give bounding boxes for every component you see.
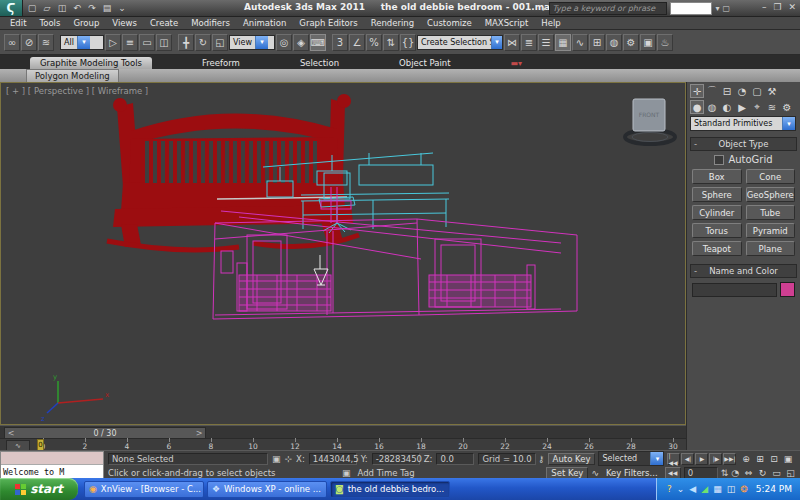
menu-customize[interactable]: Customize [427, 18, 472, 28]
box-button[interactable]: Box [692, 169, 742, 184]
menu-help[interactable]: Help [541, 18, 560, 28]
systems-category-icon[interactable]: ⚙ [780, 100, 794, 114]
snaps-toggle-3d-icon[interactable]: 3 [332, 34, 348, 51]
orbit-icon[interactable]: ↻ [756, 467, 769, 479]
unlink-selection-icon[interactable]: ⊘ [21, 34, 37, 51]
polygon-modeling-tab[interactable]: Polygon Modeling [26, 69, 119, 82]
auto-key-button[interactable]: Auto Key [548, 453, 596, 465]
add-time-tag[interactable]: Add Time Tag [355, 467, 419, 479]
welcome-window[interactable]: Welcome to M [0, 451, 104, 479]
select-object-icon[interactable]: ▷ [105, 34, 121, 51]
open-file-icon[interactable]: ▱ [40, 2, 54, 15]
select-and-link-icon[interactable]: ∞ [4, 34, 20, 51]
ribbon-options-icon[interactable]: ▬▾ [510, 59, 522, 69]
project-folder-icon[interactable]: ▤ [100, 2, 114, 15]
previous-frame-button[interactable]: ◀| [681, 453, 694, 465]
cylinder-button[interactable]: Cylinder [692, 205, 742, 220]
mirror-icon[interactable]: ⋈ [504, 34, 520, 51]
default-in-out-tangent-icon[interactable]: ∿ [591, 468, 599, 478]
pan-view-icon[interactable]: ⇔ [742, 467, 755, 479]
app-logo-icon[interactable]: Ϛ [0, 0, 23, 16]
bind-to-space-warp-icon[interactable]: ≋ [38, 34, 54, 51]
geometry-category-icon[interactable]: ● [690, 100, 704, 114]
utilities-tab-icon[interactable]: ⚒ [765, 84, 779, 98]
named-selection-set-dropdown[interactable]: Create Selection Se ▾ [417, 35, 503, 50]
security-center-tray-icon[interactable]: ? [667, 484, 672, 494]
curve-editor-icon[interactable]: ∿ [572, 34, 588, 51]
search-arrow-icon[interactable]: ▸ [542, 4, 546, 13]
time-slider-handle[interactable]: < 0 / 30 > [4, 427, 206, 439]
percent-snap-toggle-icon[interactable]: % [366, 34, 382, 51]
updates-tray-icon[interactable]: ⌄ [677, 484, 685, 494]
bluetooth-tray-icon[interactable]: ◀ [689, 484, 696, 494]
zoom-icon[interactable]: ⊕ [739, 453, 752, 465]
set-key-button[interactable]: Set Key [546, 467, 588, 479]
align-icon[interactable]: ≣ [521, 34, 537, 51]
space-warps-category-icon[interactable]: ≋ [765, 100, 779, 114]
close-button[interactable]: ✕ [788, 2, 796, 12]
object-name-input[interactable] [692, 283, 777, 297]
select-and-rotate-icon[interactable]: ↻ [195, 34, 211, 51]
key-filters-button[interactable]: Key Filters... [602, 467, 662, 479]
lights-category-icon[interactable]: ◐ [720, 100, 734, 114]
infocenter-input[interactable] [670, 2, 712, 15]
autogrid-checkbox[interactable] [714, 155, 724, 165]
create-tab-icon[interactable]: ✛ [690, 84, 704, 98]
tube-button[interactable]: Tube [746, 205, 796, 220]
select-and-manipulate-icon[interactable]: ◈ [293, 34, 309, 51]
transform-type-in-toggle-icon[interactable]: ▣ [342, 468, 351, 478]
angle-snap-toggle-icon[interactable]: ∠ [349, 34, 365, 51]
spinner-snap-toggle-icon[interactable]: ⇅ [383, 34, 399, 51]
zoom-region-icon[interactable]: ▭ [770, 467, 783, 479]
absolute-mode-icon[interactable]: ⊹ [285, 454, 293, 464]
previous-frame-arrow[interactable]: < [5, 429, 17, 438]
selection-filter-dropdown[interactable]: All ▾ [60, 35, 104, 50]
task-windows-xp-online[interactable]: ❖Windows XP - online ... [207, 481, 327, 498]
cone-button[interactable]: Cone [746, 169, 796, 184]
y-coordinate-field[interactable]: -28283450 [372, 453, 420, 465]
current-frame-field[interactable]: 0 [684, 467, 718, 479]
object-color-swatch[interactable] [780, 282, 795, 297]
tab-object-paint[interactable]: Object Paint [389, 57, 460, 69]
sphere-button[interactable]: Sphere [692, 187, 742, 202]
viewport-label[interactable]: [ + ] [ Perspective ] [ Wireframe ] [6, 86, 148, 96]
selected-dropdown[interactable]: Selected ▾ [598, 451, 664, 466]
perspective-viewport[interactable]: FRONT x y z [ + ] [ Perspective ] [ Wire… [0, 82, 686, 425]
keyword-search-input[interactable]: Type a keyword or phrase [549, 2, 667, 15]
print-queue-tray-icon[interactable]: ◫ [727, 484, 736, 494]
menu-maxscript[interactable]: MAXScript [485, 18, 529, 28]
helpers-category-icon[interactable]: ⌖ [750, 100, 764, 114]
menu-graph-editors[interactable]: Graph Editors [299, 18, 357, 28]
primitive-category-dropdown[interactable]: Standard Primitives ▾ [690, 116, 796, 131]
minimize-button[interactable]: – [762, 2, 767, 12]
keyboard-shortcut-override-icon[interactable]: ⌨ [310, 34, 326, 51]
time-slider-track[interactable]: < 0 / 30 > [0, 426, 686, 439]
schematic-view-icon[interactable]: ⊞ [589, 34, 605, 51]
menu-modifiers[interactable]: Modifiers [191, 18, 230, 28]
frame-spinner[interactable]: ⇅ [721, 468, 729, 478]
tab-graphite-modeling-tools[interactable]: Graphite Modeling Tools [30, 57, 152, 69]
z-coordinate-field[interactable]: 0.0 [436, 453, 474, 465]
time-configuration-icon[interactable]: ◔ [731, 468, 739, 478]
pyramid-button[interactable]: Pyramid [746, 223, 796, 238]
rendered-frame-window-icon[interactable]: ▣ [640, 34, 656, 51]
render-setup-icon[interactable]: ⚙ [623, 34, 639, 51]
use-pivot-point-center-icon[interactable]: ◎ [276, 34, 292, 51]
tab-freeform[interactable]: Freeform [192, 57, 250, 69]
geosphere-button[interactable]: GeoSphere [746, 187, 796, 202]
menu-group[interactable]: Group [73, 18, 99, 28]
edit-named-selection-sets-icon[interactable]: {} [400, 34, 416, 51]
qat-dropdown-icon[interactable]: ⌄ [115, 2, 129, 15]
menu-rendering[interactable]: Rendering [371, 18, 414, 28]
zoom-extents-icon[interactable]: ⊡ [767, 453, 780, 465]
window-crossing-icon[interactable]: ◫ [156, 34, 172, 51]
menu-views[interactable]: Views [112, 18, 137, 28]
start-button[interactable]: start [0, 478, 78, 500]
restore-button[interactable]: ❐ [773, 2, 781, 12]
motion-tab-icon[interactable]: ◔ [735, 84, 749, 98]
plane-button[interactable]: Plane [746, 241, 796, 256]
name-color-rollout-header[interactable]: - Name and Color [690, 264, 797, 278]
render-production-icon[interactable]: ♨ [657, 34, 673, 51]
communication-center-icon[interactable]: ▢ [722, 4, 730, 13]
task-3dsmax[interactable]: ◙the old debbie bedro... [330, 481, 450, 498]
